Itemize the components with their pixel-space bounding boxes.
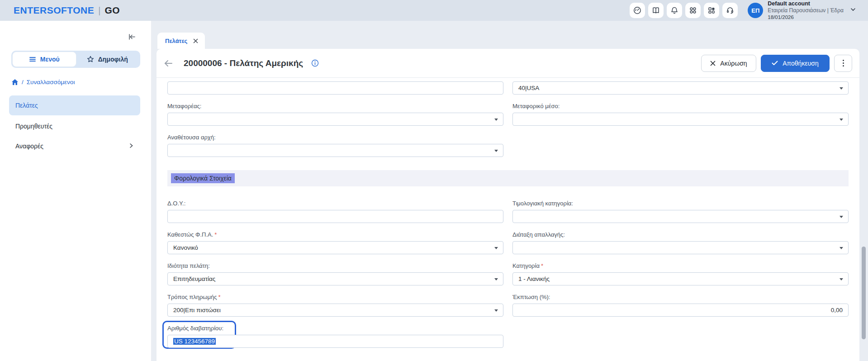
more-options-button[interactable] <box>834 55 852 72</box>
tab-favorites-label: Δημοφιλή <box>98 56 128 63</box>
header-actions: ΕΠ Default account Εταιρεία Παρουσιάσεων… <box>626 0 856 21</box>
x-icon <box>710 61 716 66</box>
carrier-select[interactable] <box>167 113 503 126</box>
field-country: 40|USA <box>512 81 849 95</box>
record-form: 40|USA Μεταφορέας: Μεταφορικό μέσο: <box>157 78 859 348</box>
logo-text: ENTERSOFTONE <box>14 5 94 16</box>
exemption-provision-select[interactable] <box>512 241 849 254</box>
close-icon[interactable] <box>193 38 198 43</box>
contracting-authority-label: Αναθέτουσα αρχή: <box>167 134 503 141</box>
headset-icon[interactable] <box>722 3 738 18</box>
transport-means-select[interactable] <box>512 113 849 126</box>
discount-input[interactable]: 0,00 <box>512 304 849 317</box>
field-category: Κατηγορία* 1 - Λιανικής <box>512 262 849 285</box>
empty-cell <box>512 134 849 157</box>
apps-icon[interactable] <box>685 3 701 18</box>
doy-label: Δ.Ο.Υ.: <box>167 200 503 207</box>
customer-capacity-select[interactable]: Επιτηδευματίας <box>167 272 503 285</box>
exemption-provision-label: Διάταξη απαλλαγής: <box>512 231 849 238</box>
transport-means-label: Μεταφορικό μέσο: <box>512 103 849 109</box>
kebab-dot <box>843 62 844 64</box>
record-card: 20000006 - Πελάτης Αμερικής Ακύρωση Αποθ… <box>157 49 859 361</box>
field-customer-capacity: Ιδιότητα πελάτη: Επιτηδευματίας <box>167 262 503 285</box>
app-body: Μενού Δημοφιλή / Συναλλασσόμενοι Πελάτες… <box>0 21 868 361</box>
doy-input[interactable] <box>167 210 503 223</box>
bell-icon[interactable] <box>667 3 682 18</box>
cancel-button[interactable]: Ακύρωση <box>701 55 756 72</box>
collapse-sidebar-icon[interactable] <box>128 33 136 42</box>
top-header-bar: ENTERSOFTONE | GO ΕΠ <box>0 0 868 21</box>
logo-product: GO <box>105 5 120 16</box>
field-doy: Δ.Ο.Υ.: <box>167 200 503 223</box>
category-label: Κατηγορία* <box>512 262 849 269</box>
tab-favorites[interactable]: Δημοφιλή <box>76 52 139 66</box>
form-row: Αριθμός διαβατηρίου: US 123456789 <box>167 325 849 348</box>
app-window: ENTERSOFTONE | GO ΕΠ <box>0 0 868 361</box>
payment-method-label: Τρόπος πληρωμής* <box>167 294 503 300</box>
form-row: Μεταφορέας: Μεταφορικό μέσο: <box>167 103 849 126</box>
save-button-label: Αποθήκευση <box>783 60 818 67</box>
discount-label: Έκπτωση (%): <box>512 294 849 300</box>
required-mark: * <box>541 262 543 269</box>
payment-method-select[interactable]: 200|Επι πιστώσει <box>167 304 503 317</box>
first-left-input[interactable] <box>167 81 503 95</box>
required-mark: * <box>214 231 217 238</box>
tab-label: Πελάτες <box>165 38 187 44</box>
record-toolbar: 20000006 - Πελάτης Αμερικής Ακύρωση Αποθ… <box>157 49 859 78</box>
contracting-authority-select[interactable] <box>167 144 503 157</box>
breadcrumb-label[interactable]: Συναλλασσόμενοι <box>27 79 75 86</box>
form-row: Ιδιότητα πελάτη: Επιτηδευματίας Κατηγορί… <box>167 262 849 285</box>
form-row: Δ.Ο.Υ.: Τιμολογιακή κατηγορία: <box>167 200 849 223</box>
entersoft-logo: ENTERSOFTONE | GO <box>14 5 120 16</box>
info-icon[interactable] <box>311 59 319 67</box>
field-carrier: Μεταφορέας: <box>167 103 503 126</box>
country-select[interactable]: 40|USA <box>512 81 849 95</box>
field-payment-method: Τρόπος πληρωμής* 200|Επι πιστώσει <box>167 294 503 317</box>
speedometer-icon[interactable] <box>630 3 645 18</box>
sidebar-menu: Πελάτες Προμηθευτές Αναφορές <box>0 95 151 156</box>
empty-cell <box>512 325 849 348</box>
pricing-category-select[interactable] <box>512 210 849 223</box>
section-header: Φορολογικά Στοιχεία <box>167 170 849 186</box>
tab-menu[interactable]: Μενού <box>13 52 76 66</box>
chevron-down-icon[interactable] <box>850 6 856 14</box>
pricing-category-label: Τιμολογιακή κατηγορία: <box>512 200 849 207</box>
category-select[interactable]: 1 - Λιανικής <box>512 272 849 285</box>
save-button[interactable]: Αποθήκευση <box>761 55 830 72</box>
home-icon[interactable] <box>11 79 19 86</box>
customer-capacity-label: Ιδιότητα πελάτη: <box>167 262 503 269</box>
book-icon[interactable] <box>648 3 664 18</box>
account-company: Εταιρεία Παρουσιάσεων | Έδρα <box>768 7 844 14</box>
sidebar-item-customers[interactable]: Πελάτες <box>9 95 140 115</box>
kebab-dot <box>843 65 844 66</box>
vertical-scrollbar-thumb[interactable] <box>862 247 866 339</box>
vat-regime-label: Καθεστώς Φ.Π.Α.* <box>167 231 503 238</box>
passport-number-input[interactable]: US 123456789 <box>167 335 503 348</box>
sidebar-item-reports[interactable]: Αναφορές <box>0 136 151 156</box>
field-passport-number: Αριθμός διαβατηρίου: US 123456789 <box>167 325 503 348</box>
field-contracting-authority: Αναθέτουσα αρχή: <box>167 134 503 157</box>
vat-regime-select[interactable]: Κανονικό <box>167 241 503 254</box>
widgets-icon[interactable] <box>704 3 719 18</box>
selected-text: US 123456789 <box>173 338 216 345</box>
document-tab-bar: Πελάτες <box>151 21 868 49</box>
section-title: Φορολογικά Στοιχεία <box>171 173 235 183</box>
sidebar-item-suppliers[interactable]: Προμηθευτές <box>0 116 151 136</box>
breadcrumb: / Συναλλασσόμενοι <box>11 79 151 86</box>
sidebar-item-label: Προμηθευτές <box>15 123 52 130</box>
sidebar-mode-switch: Μενού Δημοφιλή <box>11 51 140 68</box>
form-row: Καθεστώς Φ.Π.Α.* Κανονικό Διάταξη απαλλα… <box>167 231 849 254</box>
carrier-label: Μεταφορέας: <box>167 103 503 109</box>
required-mark: * <box>218 294 221 300</box>
account-date: 18/01/2026 <box>768 14 844 20</box>
form-row: Αναθέτουσα αρχή: <box>167 134 849 157</box>
chevron-right-icon <box>128 142 134 150</box>
tab-customers[interactable]: Πελάτες <box>157 33 205 49</box>
check-icon <box>772 61 778 66</box>
field-pricing-category: Τιμολογιακή κατηγορία: <box>512 200 849 223</box>
breadcrumb-separator: / <box>22 79 24 86</box>
sidebar-item-label: Αναφορές <box>15 142 43 150</box>
avatar[interactable]: ΕΠ <box>748 3 763 18</box>
tab-menu-label: Μενού <box>40 56 60 63</box>
back-arrow-icon[interactable] <box>162 58 175 69</box>
